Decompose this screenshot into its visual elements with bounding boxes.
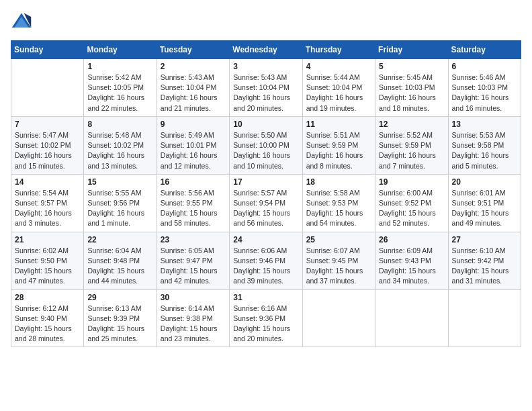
day-number: 6 <box>452 62 517 71</box>
day-info: Sunrise: 5:55 AMSunset: 9:56 PMDaylight:… <box>87 188 152 229</box>
day-cell: 28Sunrise: 6:12 AMSunset: 9:40 PMDayligh… <box>11 289 84 347</box>
day-number: 5 <box>379 62 444 71</box>
column-header-saturday: Saturday <box>448 41 521 59</box>
day-info: Sunrise: 6:13 AMSunset: 9:39 PMDaylight:… <box>87 304 152 345</box>
day-info: Sunrise: 6:09 AMSunset: 9:43 PMDaylight:… <box>379 246 444 287</box>
day-number: 23 <box>161 235 226 244</box>
day-cell: 6Sunrise: 5:46 AMSunset: 10:03 PMDayligh… <box>448 59 521 117</box>
day-cell: 31Sunrise: 6:16 AMSunset: 9:36 PMDayligh… <box>230 289 302 347</box>
day-info: Sunrise: 5:49 AMSunset: 10:01 PMDaylight… <box>161 130 226 171</box>
day-number: 13 <box>452 120 517 129</box>
day-number: 2 <box>161 62 226 71</box>
day-info: Sunrise: 5:44 AMSunset: 10:04 PMDaylight… <box>306 73 371 113</box>
day-number: 20 <box>452 177 517 187</box>
week-row-1: 1Sunrise: 5:42 AMSunset: 10:05 PMDayligh… <box>11 59 521 117</box>
day-number: 4 <box>306 62 371 71</box>
day-cell: 10Sunrise: 5:50 AMSunset: 10:00 PMDaylig… <box>230 116 302 174</box>
day-cell <box>302 289 375 347</box>
day-info: Sunrise: 5:57 AMSunset: 9:54 PMDaylight:… <box>233 188 298 229</box>
day-cell: 27Sunrise: 6:10 AMSunset: 9:42 PMDayligh… <box>448 232 521 289</box>
day-info: Sunrise: 6:14 AMSunset: 9:38 PMDaylight:… <box>161 304 226 345</box>
day-cell: 2Sunrise: 5:43 AMSunset: 10:04 PMDayligh… <box>157 59 229 117</box>
day-info: Sunrise: 5:45 AMSunset: 10:03 PMDaylight… <box>379 73 444 113</box>
logo <box>11 11 35 32</box>
calendar-table: SundayMondayTuesdayWednesdayThursdayFrid… <box>11 40 521 347</box>
day-cell: 4Sunrise: 5:44 AMSunset: 10:04 PMDayligh… <box>302 59 375 117</box>
day-info: Sunrise: 5:43 AMSunset: 10:04 PMDaylight… <box>161 73 226 113</box>
day-number: 31 <box>233 293 298 302</box>
day-cell <box>375 289 448 347</box>
day-info: Sunrise: 5:43 AMSunset: 10:04 PMDaylight… <box>233 73 298 113</box>
day-info: Sunrise: 5:53 AMSunset: 9:58 PMDaylight:… <box>452 130 517 171</box>
day-cell: 11Sunrise: 5:51 AMSunset: 9:59 PMDayligh… <box>302 116 375 174</box>
day-cell: 21Sunrise: 6:02 AMSunset: 9:50 PMDayligh… <box>11 232 84 289</box>
day-cell: 1Sunrise: 5:42 AMSunset: 10:05 PMDayligh… <box>84 59 157 117</box>
day-cell: 18Sunrise: 5:58 AMSunset: 9:53 PMDayligh… <box>302 174 375 232</box>
day-number: 12 <box>379 120 444 129</box>
column-header-tuesday: Tuesday <box>157 41 229 59</box>
day-number: 11 <box>306 120 371 129</box>
day-number: 30 <box>161 293 226 302</box>
day-cell: 22Sunrise: 6:04 AMSunset: 9:48 PMDayligh… <box>84 232 157 289</box>
calendar-header-row: SundayMondayTuesdayWednesdayThursdayFrid… <box>11 41 521 59</box>
day-cell: 19Sunrise: 6:00 AMSunset: 9:52 PMDayligh… <box>375 174 448 232</box>
day-number: 16 <box>161 177 226 187</box>
day-number: 25 <box>306 235 371 244</box>
column-header-friday: Friday <box>375 41 448 59</box>
day-number: 24 <box>233 235 298 244</box>
day-number: 28 <box>15 293 80 302</box>
day-number: 14 <box>15 177 80 187</box>
day-cell: 9Sunrise: 5:49 AMSunset: 10:01 PMDayligh… <box>157 116 229 174</box>
day-info: Sunrise: 5:46 AMSunset: 10:03 PMDaylight… <box>452 73 517 113</box>
day-cell: 16Sunrise: 5:56 AMSunset: 9:55 PMDayligh… <box>157 174 229 232</box>
day-info: Sunrise: 5:54 AMSunset: 9:57 PMDaylight:… <box>15 188 80 229</box>
day-cell: 17Sunrise: 5:57 AMSunset: 9:54 PMDayligh… <box>230 174 302 232</box>
column-header-sunday: Sunday <box>11 41 84 59</box>
day-number: 18 <box>306 177 371 187</box>
day-info: Sunrise: 6:00 AMSunset: 9:52 PMDaylight:… <box>379 188 444 229</box>
day-cell: 12Sunrise: 5:52 AMSunset: 9:59 PMDayligh… <box>375 116 448 174</box>
day-cell: 23Sunrise: 6:05 AMSunset: 9:47 PMDayligh… <box>157 232 229 289</box>
day-info: Sunrise: 6:04 AMSunset: 9:48 PMDaylight:… <box>87 246 152 287</box>
day-cell: 15Sunrise: 5:55 AMSunset: 9:56 PMDayligh… <box>84 174 157 232</box>
day-info: Sunrise: 6:16 AMSunset: 9:36 PMDaylight:… <box>233 304 298 345</box>
day-info: Sunrise: 6:06 AMSunset: 9:46 PMDaylight:… <box>233 246 298 287</box>
day-info: Sunrise: 6:12 AMSunset: 9:40 PMDaylight:… <box>15 304 80 345</box>
column-header-wednesday: Wednesday <box>230 41 302 59</box>
logo-icon <box>11 11 32 32</box>
day-cell: 3Sunrise: 5:43 AMSunset: 10:04 PMDayligh… <box>230 59 302 117</box>
day-number: 29 <box>87 293 152 302</box>
day-number: 26 <box>379 235 444 244</box>
day-cell: 29Sunrise: 6:13 AMSunset: 9:39 PMDayligh… <box>84 289 157 347</box>
day-number: 17 <box>233 177 298 187</box>
day-info: Sunrise: 6:10 AMSunset: 9:42 PMDaylight:… <box>452 246 517 287</box>
day-cell <box>448 289 521 347</box>
day-cell: 24Sunrise: 6:06 AMSunset: 9:46 PMDayligh… <box>230 232 302 289</box>
day-info: Sunrise: 5:51 AMSunset: 9:59 PMDaylight:… <box>306 130 371 171</box>
day-cell: 5Sunrise: 5:45 AMSunset: 10:03 PMDayligh… <box>375 59 448 117</box>
day-info: Sunrise: 5:58 AMSunset: 9:53 PMDaylight:… <box>306 188 371 229</box>
column-header-thursday: Thursday <box>302 41 375 59</box>
day-cell: 20Sunrise: 6:01 AMSunset: 9:51 PMDayligh… <box>448 174 521 232</box>
day-info: Sunrise: 5:50 AMSunset: 10:00 PMDaylight… <box>233 130 298 171</box>
day-cell: 8Sunrise: 5:48 AMSunset: 10:02 PMDayligh… <box>84 116 157 174</box>
day-cell: 30Sunrise: 6:14 AMSunset: 9:38 PMDayligh… <box>157 289 229 347</box>
week-row-3: 14Sunrise: 5:54 AMSunset: 9:57 PMDayligh… <box>11 174 521 232</box>
day-info: Sunrise: 5:56 AMSunset: 9:55 PMDaylight:… <box>161 188 226 229</box>
day-cell: 13Sunrise: 5:53 AMSunset: 9:58 PMDayligh… <box>448 116 521 174</box>
day-number: 10 <box>233 120 298 129</box>
day-cell <box>11 59 84 117</box>
week-row-5: 28Sunrise: 6:12 AMSunset: 9:40 PMDayligh… <box>11 289 521 347</box>
day-number: 7 <box>15 120 80 129</box>
day-cell: 7Sunrise: 5:47 AMSunset: 10:02 PMDayligh… <box>11 116 84 174</box>
day-info: Sunrise: 6:05 AMSunset: 9:47 PMDaylight:… <box>161 246 226 287</box>
day-number: 8 <box>87 120 152 129</box>
day-info: Sunrise: 6:02 AMSunset: 9:50 PMDaylight:… <box>15 246 80 287</box>
day-info: Sunrise: 6:07 AMSunset: 9:45 PMDaylight:… <box>306 246 371 287</box>
day-cell: 14Sunrise: 5:54 AMSunset: 9:57 PMDayligh… <box>11 174 84 232</box>
day-number: 15 <box>87 177 152 187</box>
day-number: 27 <box>452 235 517 244</box>
day-number: 3 <box>233 62 298 71</box>
day-cell: 26Sunrise: 6:09 AMSunset: 9:43 PMDayligh… <box>375 232 448 289</box>
day-number: 21 <box>15 235 80 244</box>
